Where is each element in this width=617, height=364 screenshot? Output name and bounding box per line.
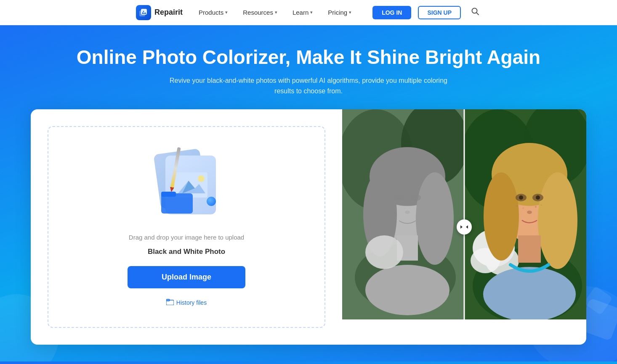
- search-button[interactable]: [469, 5, 481, 19]
- image-after: [464, 109, 586, 319]
- nav-products[interactable]: Products ▾: [193, 5, 234, 19]
- svg-point-44: [527, 211, 532, 214]
- svg-point-43: [536, 195, 540, 200]
- history-icon: [166, 298, 174, 307]
- svg-rect-38: [518, 235, 541, 263]
- before-after-handle[interactable]: [457, 219, 472, 235]
- products-chevron-icon: ▾: [225, 10, 228, 15]
- image-type-text: Black and White Photo: [148, 248, 225, 256]
- upload-illustration: [144, 147, 229, 223]
- preview-image-container: [342, 109, 586, 345]
- navbar: Repairit Products ▾ Resources ▾ Learn ▾ …: [0, 0, 617, 25]
- svg-point-8: [198, 175, 205, 182]
- upload-button[interactable]: Upload Image: [128, 266, 245, 288]
- illus-folder: [161, 189, 195, 214]
- before-after-preview: [342, 109, 586, 345]
- illus-ball: [207, 197, 216, 206]
- svg-rect-10: [161, 192, 176, 197]
- history-files-link[interactable]: History files: [166, 298, 207, 307]
- pricing-chevron-icon: ▾: [349, 10, 351, 15]
- svg-point-26: [405, 211, 410, 214]
- brand-logo-link[interactable]: Repairit: [136, 5, 183, 20]
- nav-pricing[interactable]: Pricing ▾: [322, 5, 357, 19]
- brand-name: Repairit: [154, 8, 183, 17]
- resources-chevron-icon: ▾: [275, 10, 277, 15]
- svg-point-39: [483, 267, 576, 319]
- deco-shape-2: [583, 286, 613, 315]
- svg-point-37: [538, 172, 577, 269]
- nav-learn[interactable]: Learn ▾: [287, 5, 319, 19]
- search-icon: [471, 7, 479, 16]
- drag-drop-text: Drag and drop your image here to upload: [129, 234, 244, 241]
- drop-zone[interactable]: Drag and drop your image here to upload …: [48, 126, 325, 328]
- learn-chevron-icon: ▾: [310, 10, 313, 15]
- svg-point-20: [416, 172, 454, 265]
- brand-logo-icon: [136, 5, 151, 20]
- svg-point-36: [484, 172, 519, 261]
- svg-point-25: [411, 194, 421, 201]
- svg-point-2: [143, 11, 144, 12]
- signup-button[interactable]: SIGN UP: [418, 6, 461, 19]
- main-card: Drag and drop your image here to upload …: [31, 109, 586, 345]
- svg-point-47: [535, 206, 537, 208]
- hero-title: Online Photo Colorizer, Make It Shine Br…: [8, 46, 609, 69]
- svg-point-46: [523, 208, 524, 209]
- image-before: [342, 109, 464, 319]
- svg-point-23: [365, 235, 403, 269]
- upload-section: Drag and drop your image here to upload …: [31, 109, 342, 345]
- hero-section: Online Photo Colorizer, Make It Shine Br…: [0, 25, 617, 361]
- hero-subtitle: Revive your black-and-white photos with …: [161, 75, 456, 97]
- svg-point-24: [394, 194, 404, 201]
- login-button[interactable]: LOG IN: [372, 6, 411, 19]
- footer-strip: Prefer to colorize photos locally? Try R…: [0, 361, 617, 364]
- svg-line-4: [476, 13, 479, 15]
- svg-point-22: [365, 265, 449, 315]
- svg-point-42: [519, 195, 523, 200]
- svg-point-48: [541, 205, 542, 206]
- nav-resources[interactable]: Resources ▾: [237, 5, 283, 19]
- svg-point-45: [516, 205, 518, 207]
